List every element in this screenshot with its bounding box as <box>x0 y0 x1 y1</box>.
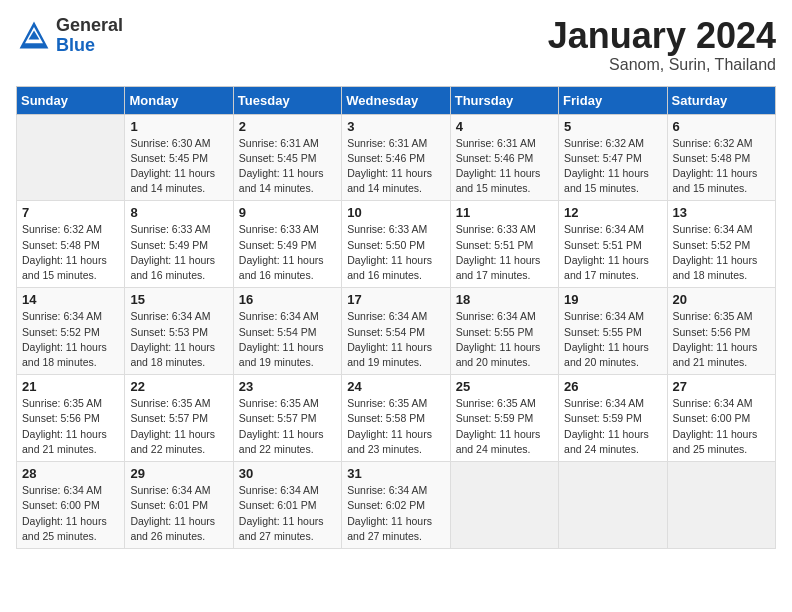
day-number: 3 <box>347 119 444 134</box>
day-number: 11 <box>456 205 553 220</box>
page-header: General Blue January 2024 Sanom, Surin, … <box>16 16 776 74</box>
day-detail: Sunrise: 6:34 AMSunset: 5:54 PMDaylight:… <box>347 309 444 370</box>
calendar-cell <box>450 462 558 549</box>
day-detail: Sunrise: 6:31 AMSunset: 5:45 PMDaylight:… <box>239 136 336 197</box>
calendar-header-cell: Friday <box>559 86 667 114</box>
calendar-table: SundayMondayTuesdayWednesdayThursdayFrid… <box>16 86 776 549</box>
day-detail: Sunrise: 6:32 AMSunset: 5:48 PMDaylight:… <box>22 222 119 283</box>
day-detail: Sunrise: 6:34 AMSunset: 6:02 PMDaylight:… <box>347 483 444 544</box>
day-number: 21 <box>22 379 119 394</box>
calendar-cell: 17Sunrise: 6:34 AMSunset: 5:54 PMDayligh… <box>342 288 450 375</box>
day-number: 19 <box>564 292 661 307</box>
calendar-cell: 23Sunrise: 6:35 AMSunset: 5:57 PMDayligh… <box>233 375 341 462</box>
calendar-cell: 25Sunrise: 6:35 AMSunset: 5:59 PMDayligh… <box>450 375 558 462</box>
day-number: 8 <box>130 205 227 220</box>
calendar-header-cell: Thursday <box>450 86 558 114</box>
day-number: 17 <box>347 292 444 307</box>
calendar-cell: 10Sunrise: 6:33 AMSunset: 5:50 PMDayligh… <box>342 201 450 288</box>
calendar-cell: 8Sunrise: 6:33 AMSunset: 5:49 PMDaylight… <box>125 201 233 288</box>
calendar-cell: 24Sunrise: 6:35 AMSunset: 5:58 PMDayligh… <box>342 375 450 462</box>
day-detail: Sunrise: 6:34 AMSunset: 5:55 PMDaylight:… <box>456 309 553 370</box>
calendar-header-cell: Monday <box>125 86 233 114</box>
calendar-cell: 9Sunrise: 6:33 AMSunset: 5:49 PMDaylight… <box>233 201 341 288</box>
calendar-header-cell: Tuesday <box>233 86 341 114</box>
calendar-cell: 16Sunrise: 6:34 AMSunset: 5:54 PMDayligh… <box>233 288 341 375</box>
calendar-cell <box>559 462 667 549</box>
day-number: 13 <box>673 205 770 220</box>
day-detail: Sunrise: 6:34 AMSunset: 5:52 PMDaylight:… <box>673 222 770 283</box>
calendar-cell <box>17 114 125 201</box>
day-detail: Sunrise: 6:34 AMSunset: 5:51 PMDaylight:… <box>564 222 661 283</box>
calendar-cell: 6Sunrise: 6:32 AMSunset: 5:48 PMDaylight… <box>667 114 775 201</box>
day-number: 28 <box>22 466 119 481</box>
calendar-cell: 3Sunrise: 6:31 AMSunset: 5:46 PMDaylight… <box>342 114 450 201</box>
day-number: 4 <box>456 119 553 134</box>
day-detail: Sunrise: 6:33 AMSunset: 5:49 PMDaylight:… <box>130 222 227 283</box>
calendar-cell: 19Sunrise: 6:34 AMSunset: 5:55 PMDayligh… <box>559 288 667 375</box>
day-number: 20 <box>673 292 770 307</box>
day-number: 18 <box>456 292 553 307</box>
day-detail: Sunrise: 6:35 AMSunset: 5:57 PMDaylight:… <box>130 396 227 457</box>
calendar-week-row: 28Sunrise: 6:34 AMSunset: 6:00 PMDayligh… <box>17 462 776 549</box>
calendar-cell <box>667 462 775 549</box>
day-number: 31 <box>347 466 444 481</box>
calendar-cell: 21Sunrise: 6:35 AMSunset: 5:56 PMDayligh… <box>17 375 125 462</box>
day-detail: Sunrise: 6:35 AMSunset: 5:57 PMDaylight:… <box>239 396 336 457</box>
calendar-week-row: 14Sunrise: 6:34 AMSunset: 5:52 PMDayligh… <box>17 288 776 375</box>
location-title: Sanom, Surin, Thailand <box>548 56 776 74</box>
day-detail: Sunrise: 6:34 AMSunset: 6:00 PMDaylight:… <box>673 396 770 457</box>
day-number: 29 <box>130 466 227 481</box>
calendar-cell: 26Sunrise: 6:34 AMSunset: 5:59 PMDayligh… <box>559 375 667 462</box>
calendar-cell: 20Sunrise: 6:35 AMSunset: 5:56 PMDayligh… <box>667 288 775 375</box>
day-number: 12 <box>564 205 661 220</box>
day-detail: Sunrise: 6:34 AMSunset: 6:01 PMDaylight:… <box>130 483 227 544</box>
day-detail: Sunrise: 6:32 AMSunset: 5:47 PMDaylight:… <box>564 136 661 197</box>
day-number: 26 <box>564 379 661 394</box>
title-block: January 2024 Sanom, Surin, Thailand <box>548 16 776 74</box>
calendar-week-row: 7Sunrise: 6:32 AMSunset: 5:48 PMDaylight… <box>17 201 776 288</box>
calendar-week-row: 1Sunrise: 6:30 AMSunset: 5:45 PMDaylight… <box>17 114 776 201</box>
calendar-header-cell: Saturday <box>667 86 775 114</box>
day-detail: Sunrise: 6:34 AMSunset: 6:00 PMDaylight:… <box>22 483 119 544</box>
logo-icon <box>16 18 52 54</box>
day-number: 25 <box>456 379 553 394</box>
logo-general-text: General <box>56 16 123 36</box>
day-detail: Sunrise: 6:34 AMSunset: 6:01 PMDaylight:… <box>239 483 336 544</box>
calendar-cell: 13Sunrise: 6:34 AMSunset: 5:52 PMDayligh… <box>667 201 775 288</box>
day-number: 7 <box>22 205 119 220</box>
month-title: January 2024 <box>548 16 776 56</box>
day-detail: Sunrise: 6:34 AMSunset: 5:55 PMDaylight:… <box>564 309 661 370</box>
day-number: 1 <box>130 119 227 134</box>
day-number: 9 <box>239 205 336 220</box>
logo: General Blue <box>16 16 123 56</box>
day-detail: Sunrise: 6:33 AMSunset: 5:50 PMDaylight:… <box>347 222 444 283</box>
calendar-cell: 11Sunrise: 6:33 AMSunset: 5:51 PMDayligh… <box>450 201 558 288</box>
logo-text: General Blue <box>56 16 123 56</box>
day-number: 16 <box>239 292 336 307</box>
day-detail: Sunrise: 6:34 AMSunset: 5:59 PMDaylight:… <box>564 396 661 457</box>
calendar-cell: 30Sunrise: 6:34 AMSunset: 6:01 PMDayligh… <box>233 462 341 549</box>
calendar-week-row: 21Sunrise: 6:35 AMSunset: 5:56 PMDayligh… <box>17 375 776 462</box>
day-detail: Sunrise: 6:34 AMSunset: 5:53 PMDaylight:… <box>130 309 227 370</box>
day-detail: Sunrise: 6:31 AMSunset: 5:46 PMDaylight:… <box>347 136 444 197</box>
day-detail: Sunrise: 6:35 AMSunset: 5:56 PMDaylight:… <box>22 396 119 457</box>
calendar-header-cell: Sunday <box>17 86 125 114</box>
calendar-cell: 2Sunrise: 6:31 AMSunset: 5:45 PMDaylight… <box>233 114 341 201</box>
calendar-body: 1Sunrise: 6:30 AMSunset: 5:45 PMDaylight… <box>17 114 776 548</box>
day-number: 23 <box>239 379 336 394</box>
day-detail: Sunrise: 6:35 AMSunset: 5:59 PMDaylight:… <box>456 396 553 457</box>
day-number: 5 <box>564 119 661 134</box>
day-number: 15 <box>130 292 227 307</box>
day-number: 27 <box>673 379 770 394</box>
calendar-cell: 15Sunrise: 6:34 AMSunset: 5:53 PMDayligh… <box>125 288 233 375</box>
day-detail: Sunrise: 6:35 AMSunset: 5:58 PMDaylight:… <box>347 396 444 457</box>
day-number: 2 <box>239 119 336 134</box>
calendar-cell: 12Sunrise: 6:34 AMSunset: 5:51 PMDayligh… <box>559 201 667 288</box>
day-detail: Sunrise: 6:34 AMSunset: 5:52 PMDaylight:… <box>22 309 119 370</box>
calendar-header-row: SundayMondayTuesdayWednesdayThursdayFrid… <box>17 86 776 114</box>
calendar-cell: 27Sunrise: 6:34 AMSunset: 6:00 PMDayligh… <box>667 375 775 462</box>
calendar-cell: 31Sunrise: 6:34 AMSunset: 6:02 PMDayligh… <box>342 462 450 549</box>
day-detail: Sunrise: 6:35 AMSunset: 5:56 PMDaylight:… <box>673 309 770 370</box>
day-number: 14 <box>22 292 119 307</box>
calendar-cell: 4Sunrise: 6:31 AMSunset: 5:46 PMDaylight… <box>450 114 558 201</box>
